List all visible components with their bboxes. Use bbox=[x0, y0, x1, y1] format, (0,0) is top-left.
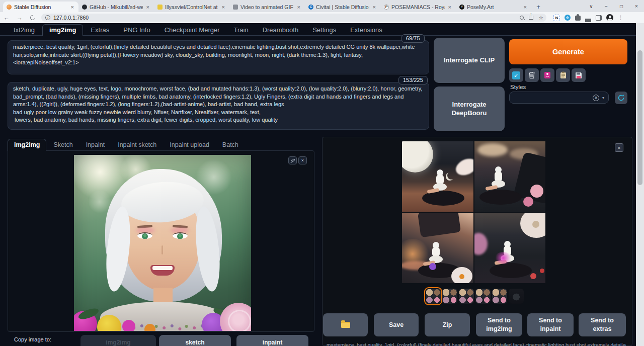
gallery-thumbnail-3[interactable] bbox=[459, 289, 474, 304]
apply-style-button[interactable] bbox=[556, 68, 570, 82]
tab-img2img[interactable]: img2img bbox=[42, 24, 83, 36]
new-tab-button[interactable]: + bbox=[533, 2, 543, 12]
mode-tab-batch[interactable]: Batch bbox=[216, 139, 245, 151]
tab-close-icon[interactable]: × bbox=[296, 4, 301, 10]
browser-menu-icon[interactable]: ⋮ bbox=[618, 15, 623, 21]
back-button[interactable]: ← bbox=[0, 14, 13, 21]
tab-dreambooth[interactable]: Dreambooth bbox=[256, 25, 305, 36]
bookmark-star-icon[interactable]: ☆ bbox=[538, 15, 543, 21]
teeth bbox=[152, 266, 173, 270]
tab-extras[interactable]: Extras bbox=[84, 25, 116, 36]
side-panel-icon[interactable] bbox=[596, 15, 602, 21]
refresh-styles-button[interactable] bbox=[615, 92, 627, 104]
send-to-img2img-button[interactable]: Send to img2img bbox=[476, 313, 522, 336]
copy-to-img2img-button[interactable]: img2img bbox=[80, 335, 156, 346]
read-parameters-button[interactable]: ↙ bbox=[509, 68, 523, 82]
result-image-2[interactable] bbox=[474, 141, 546, 212]
edit-image-button[interactable] bbox=[288, 156, 297, 164]
mode-tab-inpaint[interactable]: Inpaint bbox=[80, 139, 111, 151]
copy-to-sketch-button[interactable]: sketch bbox=[159, 335, 231, 346]
browser-tab-controlnet[interactable]: Illyasviel/ControlNet at main × bbox=[154, 2, 229, 12]
mode-tab-sketch[interactable]: Sketch bbox=[47, 139, 78, 151]
gallery-thumbnail-4[interactable] bbox=[475, 289, 491, 304]
window-close-button[interactable]: × bbox=[629, 4, 644, 9]
negative-prompt-textarea[interactable]: sketch, duplicate, ugly, huge eyes, text… bbox=[8, 82, 429, 130]
pink-flower bbox=[530, 185, 543, 198]
mode-tab-img2img[interactable]: img2img bbox=[8, 139, 46, 151]
gallery-thumbnail-2[interactable] bbox=[442, 289, 457, 304]
extensions-puzzle-icon[interactable] bbox=[575, 16, 581, 21]
browser-tab-gif-converter[interactable]: Video to animated GIF converter × bbox=[229, 2, 305, 12]
site-info-icon[interactable]: i bbox=[45, 15, 50, 20]
notion-extension-icon[interactable]: N bbox=[553, 15, 560, 21]
tab-extensions[interactable]: Extensions bbox=[344, 25, 389, 36]
browser-tab-stable-diffusion[interactable]: Stable Diffusion × bbox=[3, 2, 78, 12]
mode-tab-inpaint-sketch[interactable]: Inpaint sketch bbox=[112, 139, 163, 151]
tab-close-icon[interactable]: × bbox=[70, 4, 75, 10]
share-icon[interactable] bbox=[529, 16, 533, 20]
browser-tab-github[interactable]: GitHub - Mikubill/sd-webui-co... × bbox=[78, 2, 154, 12]
tab-settings[interactable]: Settings bbox=[306, 25, 343, 36]
tab-close-icon[interactable]: × bbox=[523, 4, 528, 10]
gallery-thumbnail-6[interactable] bbox=[509, 289, 524, 304]
floppy-icon bbox=[575, 72, 582, 79]
result-image-1[interactable] bbox=[402, 141, 473, 212]
tab-close-icon[interactable]: × bbox=[221, 4, 226, 10]
scrollbar-thumb[interactable] bbox=[637, 50, 642, 185]
profile-avatar[interactable] bbox=[606, 14, 613, 21]
copy-to-inpaint-button[interactable]: inpaint bbox=[236, 335, 308, 346]
tab-close-icon[interactable]: × bbox=[447, 4, 452, 10]
styles-dropdown[interactable]: ✕ ▾ bbox=[509, 92, 609, 104]
generate-button[interactable]: Generate bbox=[509, 39, 627, 64]
result-image-3[interactable] bbox=[402, 213, 473, 283]
remove-image-button[interactable]: × bbox=[298, 156, 307, 164]
open-folder-button[interactable] bbox=[323, 313, 368, 336]
tab-png-info[interactable]: PNG Info bbox=[117, 25, 156, 36]
browser-tab-civitai[interactable]: C Civitai | Stable Diffusion model... × bbox=[305, 2, 380, 12]
address-bar[interactable]: i 127.0.0.1:7860 ☆ bbox=[41, 14, 546, 22]
minimize-button[interactable]: − bbox=[599, 4, 614, 9]
extra-networks-button[interactable] bbox=[540, 68, 554, 82]
blue-extension-icon[interactable] bbox=[565, 15, 571, 21]
save-button[interactable]: Save bbox=[374, 313, 419, 336]
tab-close-icon[interactable]: × bbox=[372, 4, 377, 10]
interrogate-clip-button[interactable]: Interrogate CLIP bbox=[434, 38, 505, 83]
styles-label: Styles bbox=[510, 84, 526, 90]
gallery-thumbnail-5[interactable] bbox=[492, 289, 507, 304]
source-image-dropzone[interactable]: × bbox=[8, 150, 314, 332]
browser-tab-posemaniacs[interactable]: P POSEMANIACS - Royalty free 3... × bbox=[380, 2, 456, 12]
mode-tab-inpaint-upload[interactable]: Inpaint upload bbox=[164, 139, 215, 151]
zip-button[interactable]: Zip bbox=[425, 313, 470, 336]
tab-search-icon[interactable]: ∨ bbox=[584, 4, 599, 9]
clear-styles-icon[interactable]: ✕ bbox=[593, 95, 599, 101]
interrogate-deepbooru-button[interactable]: Interrogate DeepBooru bbox=[434, 86, 505, 131]
result-image-4[interactable] bbox=[474, 213, 546, 283]
browser-tab-posemyart[interactable]: Y PoseMy.Art × bbox=[456, 2, 531, 12]
browser-toolbar: ← → i 127.0.0.1:7860 ☆ N ⋮ bbox=[0, 12, 644, 23]
result-image-grid[interactable] bbox=[402, 141, 545, 283]
send-to-extras-button[interactable]: Send to extras bbox=[579, 313, 626, 336]
zoom-icon[interactable] bbox=[520, 16, 524, 20]
gallery-close-button[interactable]: × bbox=[615, 143, 623, 152]
eye bbox=[173, 232, 188, 239]
maximize-button[interactable]: □ bbox=[614, 4, 629, 9]
reading-list-icon[interactable] bbox=[585, 14, 591, 19]
magenta-glow bbox=[495, 252, 512, 264]
tab-close-icon[interactable]: × bbox=[145, 4, 150, 10]
send-to-inpaint-button[interactable]: Send to inpaint bbox=[527, 313, 574, 336]
tab-txt2img[interactable]: txt2img bbox=[7, 25, 41, 36]
reload-icon[interactable] bbox=[29, 14, 36, 21]
gallery-thumbnail-1[interactable] bbox=[426, 289, 441, 304]
tab-title: GitHub - Mikubill/sd-webui-co... bbox=[90, 4, 143, 10]
iris bbox=[177, 233, 183, 239]
save-style-button[interactable] bbox=[572, 68, 586, 82]
tab-checkpoint-merger[interactable]: Checkpoint Merger bbox=[158, 25, 226, 36]
clear-prompt-button[interactable] bbox=[525, 68, 539, 82]
prompt-textarea[interactable]: masterpiece, best quality, 1girl, (color… bbox=[8, 40, 429, 74]
forward-button[interactable]: → bbox=[13, 14, 26, 21]
tab-train[interactable]: Train bbox=[227, 25, 255, 36]
tab-title: Video to animated GIF converter bbox=[240, 4, 294, 10]
page-scrollbar[interactable] bbox=[636, 23, 644, 346]
image-edit-toolbar: × bbox=[288, 156, 307, 164]
url-text: 127.0.0.1:7860 bbox=[53, 15, 89, 21]
